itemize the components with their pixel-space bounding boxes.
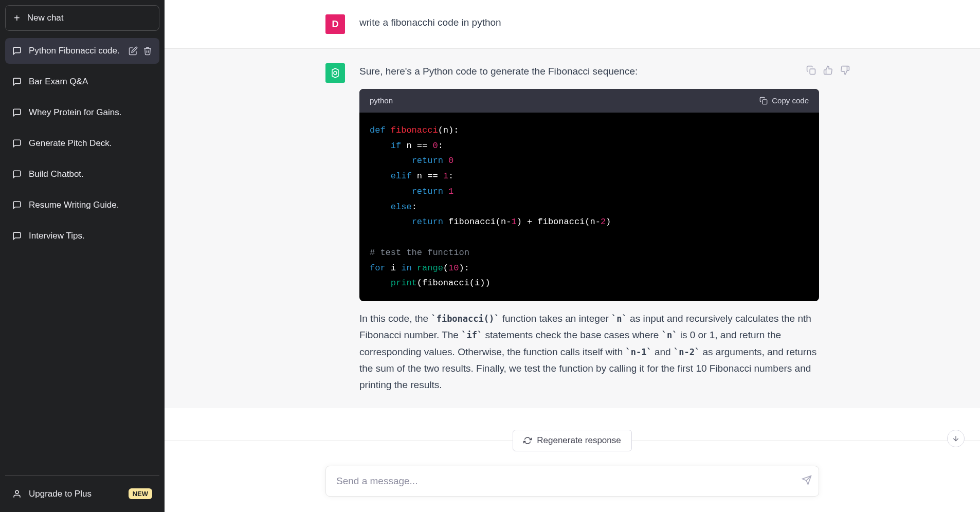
code-lang: python (370, 94, 393, 107)
sidebar-item-label: Whey Protein for Gains. (29, 107, 152, 118)
openai-icon (329, 67, 341, 79)
message-user: D write a fibonacchi code in python (165, 0, 980, 49)
new-chat-button[interactable]: + New chat (5, 5, 159, 31)
chat-icon (12, 200, 22, 210)
sidebar-item-resume[interactable]: Resume Writing Guide. (5, 192, 159, 218)
code-body: def fibonacci(n): if n == 0: return 0 el… (359, 113, 819, 301)
edit-icon[interactable] (129, 46, 138, 56)
assistant-content: Sure, here's a Python code to generate t… (359, 63, 819, 394)
sidebar-item-pitch[interactable]: Generate Pitch Deck. (5, 131, 159, 156)
sidebar-item-fibonacci[interactable]: Python Fibonacci code. (5, 38, 159, 64)
sidebar-item-chatbot[interactable]: Build Chatbot. (5, 161, 159, 187)
sidebar-item-label: Interview Tips. (29, 231, 152, 241)
sidebar-item-label: Python Fibonacci code. (29, 46, 121, 56)
chat-icon (12, 46, 22, 56)
sidebar: + New chat Python Fibonacci code. Bar Ex… (0, 0, 165, 512)
input-wrap (325, 466, 819, 497)
code-block: python Copy code def fibonacci(n): if n … (359, 89, 819, 301)
assistant-intro: Sure, here's a Python code to generate t… (359, 63, 819, 80)
copy-code-button[interactable]: Copy code (759, 94, 809, 107)
new-chat-label: New chat (27, 13, 64, 23)
message-assistant: Sure, here's a Python code to generate t… (165, 49, 980, 408)
main-panel: D write a fibonacchi code in python Sure… (165, 0, 980, 512)
svg-rect-2 (763, 100, 767, 104)
chat-icon (12, 139, 22, 148)
upgrade-button[interactable]: Upgrade to Plus NEW (5, 481, 159, 507)
chat-icon (12, 108, 22, 117)
svg-point-1 (334, 71, 337, 75)
sidebar-item-label: Build Chatbot. (29, 169, 152, 179)
chat-list: Python Fibonacci code. Bar Exam Q&A Whey… (5, 38, 159, 475)
message-input[interactable] (325, 466, 819, 497)
thumbs-up-icon[interactable] (823, 65, 833, 75)
user-icon (12, 489, 22, 499)
send-icon (802, 475, 812, 485)
send-button[interactable] (802, 475, 812, 487)
sidebar-item-whey[interactable]: Whey Protein for Gains. (5, 100, 159, 125)
new-badge: NEW (129, 488, 152, 499)
svg-point-0 (15, 490, 19, 493)
conversation-thread[interactable]: D write a fibonacchi code in python Sure… (165, 0, 980, 441)
avatar-letter: D (332, 19, 339, 30)
chat-icon (12, 170, 22, 179)
chat-icon (12, 77, 22, 86)
refresh-icon (523, 436, 532, 445)
message-actions (806, 65, 850, 75)
user-text: write a fibonacchi code in python (359, 14, 819, 34)
sidebar-item-interview[interactable]: Interview Tips. (5, 223, 159, 249)
sidebar-item-label: Bar Exam Q&A (29, 77, 152, 87)
scroll-down-button[interactable] (947, 430, 965, 447)
trash-icon[interactable] (143, 46, 152, 56)
regenerate-label: Regenerate response (537, 435, 621, 446)
arrow-down-icon (952, 434, 960, 443)
sidebar-item-label: Generate Pitch Deck. (29, 138, 152, 149)
assistant-explanation: In this code, the `fibonacci()` function… (359, 310, 819, 393)
code-header: python Copy code (359, 89, 819, 113)
svg-rect-3 (810, 69, 815, 74)
avatar-user: D (325, 14, 345, 34)
avatar-assistant (325, 63, 345, 83)
regenerate-button[interactable]: Regenerate response (513, 430, 632, 451)
plus-icon: + (14, 13, 20, 23)
input-area: Regenerate response (165, 441, 980, 512)
chat-icon (12, 231, 22, 241)
clipboard-icon[interactable] (806, 65, 816, 75)
thumbs-down-icon[interactable] (840, 65, 850, 75)
copy-code-label: Copy code (772, 94, 809, 107)
sidebar-footer: Upgrade to Plus NEW (5, 475, 159, 507)
upgrade-label: Upgrade to Plus (29, 489, 92, 499)
sidebar-item-bar-exam[interactable]: Bar Exam Q&A (5, 69, 159, 95)
sidebar-item-label: Resume Writing Guide. (29, 200, 152, 210)
clipboard-icon (759, 97, 768, 105)
